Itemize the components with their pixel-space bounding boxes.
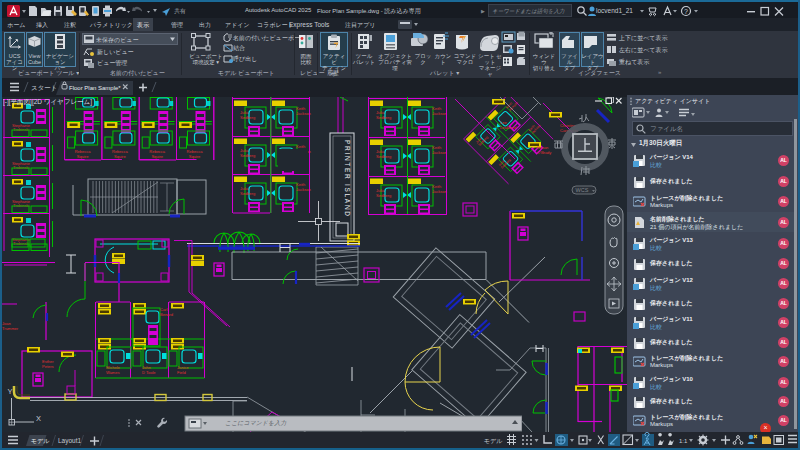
svg-text:D Toole: D Toole xyxy=(142,370,156,375)
svg-text:WCS: WCS xyxy=(576,187,589,193)
svg-text:Field: Field xyxy=(177,370,186,375)
svg-text:Peters: Peters xyxy=(42,364,54,369)
svg-text:?: ? xyxy=(684,8,688,15)
svg-text:Benard: Benard xyxy=(160,312,173,317)
svg-text:[-][平面図][2D ワイヤフレーム]: [-][平面図][2D ワイヤフレーム] xyxy=(3,98,92,106)
svg-text:1:1: 1:1 xyxy=(679,438,688,444)
svg-text:Wames: Wames xyxy=(106,370,119,375)
svg-text:Y: Y xyxy=(8,387,13,396)
svg-text:O'Brady: O'Brady xyxy=(537,150,551,155)
svg-text:モデル: モデル xyxy=(484,438,503,444)
svg-text:Leakland: Leakland xyxy=(500,125,516,130)
svg-text:X: X xyxy=(36,414,41,423)
svg-text:Trummer: Trummer xyxy=(2,326,19,331)
